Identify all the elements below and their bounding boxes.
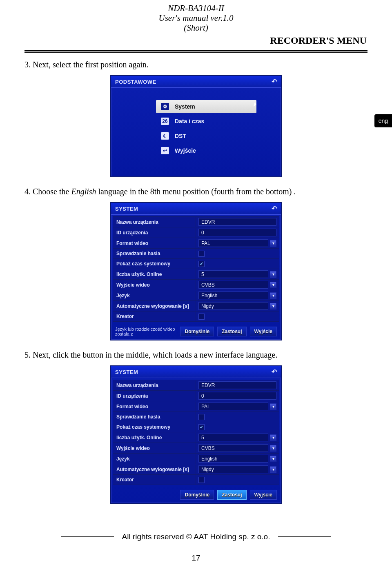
form-row: ID urządzenia0	[113, 391, 279, 401]
form-label: Format wideo	[113, 402, 196, 412]
form-label: Kreator	[113, 311, 196, 321]
language-tab[interactable]: eng	[374, 114, 392, 127]
dropdown-field[interactable]: Nigdy	[198, 302, 268, 310]
chevron-down-icon[interactable]: ▾	[270, 403, 276, 410]
form-row: JęzykEnglish▾	[113, 290, 279, 301]
menu-icon: ⚙	[161, 103, 169, 110]
form-row: Wyjście wideoCVBS▾	[113, 280, 279, 290]
step-4: 4. Choose the English language in the 8t…	[24, 187, 368, 196]
form-row: Nazwa urządzeniaEDVR	[113, 380, 279, 391]
chevron-down-icon[interactable]: ▾	[270, 445, 276, 452]
form-label: Nazwa urządzenia	[113, 217, 196, 227]
menu-item-dst[interactable]: ☾DST	[156, 129, 256, 142]
footer-rule-left	[61, 536, 114, 537]
chevron-down-icon[interactable]: ▾	[270, 240, 276, 247]
chevron-down-icon[interactable]: ▾	[270, 271, 276, 278]
dropdown-field[interactable]: PAL	[198, 239, 268, 247]
dropdown-field[interactable]: PAL	[198, 403, 268, 410]
dropdown-field[interactable]: English	[198, 455, 268, 463]
form-label: Wyjście wideo	[113, 443, 196, 453]
form-row: Nazwa urządzeniaEDVR	[113, 216, 279, 227]
back-icon[interactable]: ↶	[272, 78, 277, 85]
form-label: Format wideo	[113, 238, 196, 248]
checkbox[interactable]	[198, 477, 205, 483]
checkbox[interactable]: ✔	[198, 261, 205, 267]
step-3: 3. Next, select the first position again…	[24, 60, 368, 69]
chevron-down-icon[interactable]: ▾	[270, 456, 276, 462]
form-row: Pokaż czas systemowy✔	[113, 422, 279, 432]
doc-manual-line: User's manual ver.1.0	[0, 13, 392, 23]
dropdown-field[interactable]: 5	[198, 270, 268, 278]
checkbox[interactable]	[198, 251, 205, 257]
panel-titlebar: SYSTEM ↶	[111, 203, 281, 215]
menu-icon: ↩	[161, 147, 169, 154]
menu-item-label: Wyjście	[175, 147, 196, 154]
field-value: 5	[201, 435, 204, 441]
menu-item-data-i-czas[interactable]: 26Data i czas	[156, 115, 256, 128]
form-label: ID urządzenia	[113, 228, 196, 238]
form-label: Pokaż czas systemowy	[113, 422, 196, 432]
checkbox[interactable]	[198, 314, 205, 320]
form-label: Pokaż czas systemowy	[113, 259, 196, 269]
field-value: English	[201, 293, 217, 298]
form-label: Nazwa urządzenia	[113, 380, 196, 390]
section-title: RECORDER'S MENU	[0, 33, 392, 49]
form-label: Sprawdzanie hasla	[113, 249, 196, 258]
hint-text: Język lub rozdzielczość wideo została z	[115, 327, 180, 336]
form-row: ID urządzenia0	[113, 227, 279, 238]
form-row: liczba użytk. Online5▾	[113, 269, 279, 280]
text-field[interactable]: 0	[198, 229, 276, 236]
menu-icon: ☾	[161, 132, 169, 140]
screenshot-basic-panel: PODSTAWOWE ↶ ⚙System26Data i czas☾DST↩Wy…	[110, 75, 282, 177]
field-value: 0	[201, 393, 204, 399]
text-field[interactable]: EDVR	[198, 381, 276, 389]
screenshot-system-panel-2: SYSTEM ↶ Nazwa urządzeniaEDVRID urządzen…	[110, 365, 282, 504]
chevron-down-icon[interactable]: ▾	[270, 292, 276, 299]
dropdown-field[interactable]: Nigdy	[198, 465, 268, 473]
screenshot-system-panel-1: SYSTEM ↶ Nazwa urządzeniaEDVRID urządzen…	[110, 202, 282, 340]
exit-button[interactable]: Wyjście	[250, 490, 277, 500]
field-value: EDVR	[201, 383, 215, 388]
back-icon[interactable]: ↶	[272, 205, 277, 212]
apply-button[interactable]: Zastosuj	[217, 327, 246, 336]
form-label: Język	[113, 291, 196, 300]
checkbox[interactable]: ✔	[198, 424, 205, 430]
form-label: liczba użytk. Online	[113, 269, 196, 279]
field-value: Nigdy	[201, 303, 214, 309]
menu-item-wyjście[interactable]: ↩Wyjście	[156, 144, 256, 157]
chevron-down-icon[interactable]: ▾	[270, 282, 276, 288]
form-row: Kreator	[113, 475, 279, 485]
text-field[interactable]: EDVR	[198, 218, 276, 226]
field-value: English	[201, 456, 217, 462]
form-row: Sprawdzanie hasla	[113, 249, 279, 259]
form-row: JęzykEnglish▾	[113, 454, 279, 464]
dropdown-field[interactable]: 5	[198, 434, 268, 441]
exit-button[interactable]: Wyjście	[250, 327, 277, 336]
chevron-down-icon[interactable]: ▾	[270, 303, 276, 309]
form-row: Format wideoPAL▾	[113, 238, 279, 249]
menu-item-system[interactable]: ⚙System	[156, 100, 256, 113]
footer-rule-right	[278, 536, 331, 537]
form-label: Kreator	[113, 475, 196, 485]
chevron-down-icon[interactable]: ▾	[270, 466, 276, 473]
form-row: Wyjście wideoCVBS▾	[113, 443, 279, 454]
form-label: Automatyczne wylogowanie [s]	[113, 465, 196, 474]
apply-button[interactable]: Zastosuj	[217, 490, 246, 500]
form-row: Pokaż czas systemowy✔	[113, 259, 279, 269]
default-button[interactable]: Domyślnie	[180, 327, 214, 336]
dropdown-field[interactable]: CVBS	[198, 444, 268, 452]
back-icon[interactable]: ↶	[272, 369, 277, 375]
panel-title: SYSTEM	[115, 369, 138, 375]
panel-titlebar: SYSTEM ↶	[111, 366, 281, 378]
menu-item-label: Data i czas	[175, 118, 204, 125]
panel-titlebar: PODSTAWOWE ↶	[111, 76, 281, 88]
chevron-down-icon[interactable]: ▾	[270, 434, 276, 441]
form-row: Sprawdzanie hasla	[113, 412, 279, 422]
dropdown-field[interactable]: CVBS	[198, 281, 268, 289]
form-row: Kreator	[113, 311, 279, 322]
dropdown-field[interactable]: English	[198, 291, 268, 299]
text-field[interactable]: 0	[198, 392, 276, 400]
checkbox[interactable]	[198, 414, 205, 420]
default-button[interactable]: Domyślnie	[180, 490, 214, 500]
menu-item-label: DST	[175, 133, 186, 139]
